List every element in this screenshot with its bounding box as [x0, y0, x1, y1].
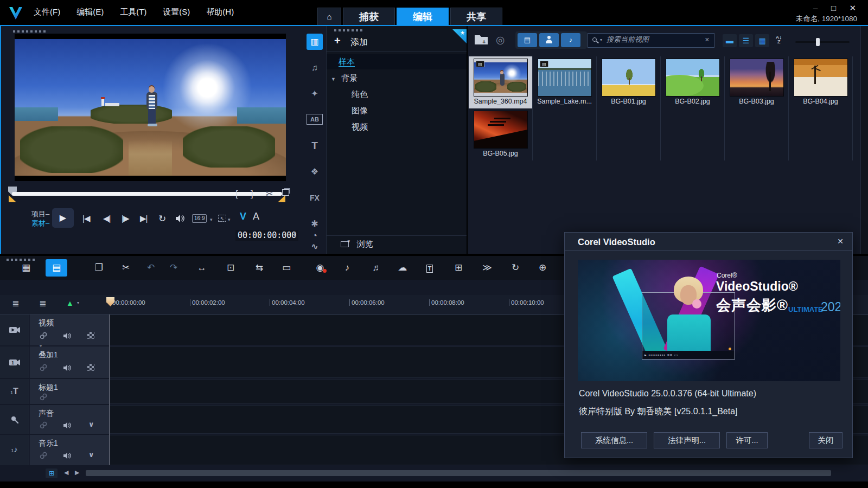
music-track-header[interactable]: 音乐1 ∨	[30, 435, 109, 465]
library-scrollbar[interactable]	[860, 26, 868, 254]
previous-frame-button[interactable]: ◀|	[103, 214, 110, 223]
view-grid-button[interactable]: ▦	[755, 34, 769, 47]
menu-help[interactable]: 帮助(H)	[206, 7, 234, 17]
undo-icon[interactable]: ↶	[140, 259, 162, 277]
play-button[interactable]: ▶	[52, 208, 74, 228]
category-drag-handle[interactable]	[334, 29, 365, 31]
record-capture-icon[interactable]: ◉	[309, 259, 331, 277]
next-frame-button[interactable]: |▶	[122, 214, 129, 223]
dialog-close-button[interactable]: 关闭	[809, 432, 843, 448]
overlay-track-gutter[interactable]: 1	[0, 346, 29, 378]
view-list-button[interactable]: ☰	[739, 34, 753, 47]
link-icon[interactable]	[40, 452, 48, 460]
go-to-end-button[interactable]: ▶|	[140, 214, 147, 223]
track-manager-icon[interactable]: ≣	[12, 298, 19, 309]
menu-file[interactable]: 文件(F)	[34, 7, 60, 17]
overlay-track-header[interactable]: 叠加1	[30, 346, 109, 378]
license-button[interactable]: 许可...	[726, 432, 768, 448]
audio-icon[interactable]: ♫	[307, 60, 323, 76]
video-track-header[interactable]: 视频 ▾	[30, 314, 109, 345]
clip-mode-label[interactable]: 素材–	[31, 219, 49, 228]
tree-item-video[interactable]: 视频	[327, 119, 467, 134]
link-icon[interactable]	[40, 421, 48, 430]
slider-thumb[interactable]	[816, 38, 820, 46]
mute-icon[interactable]	[63, 421, 72, 430]
redo-icon[interactable]: ↷	[163, 259, 184, 277]
close-button[interactable]: ✕	[849, 3, 856, 12]
aperture-icon[interactable]: ◎	[496, 34, 505, 46]
panel-drag-handle[interactable]	[13, 30, 48, 33]
mute-icon[interactable]	[63, 332, 72, 341]
tree-item-image[interactable]: 图像	[327, 103, 467, 118]
project-mode-label[interactable]: 项目–	[31, 209, 49, 219]
tab-edit[interactable]: 编辑	[397, 8, 449, 25]
video-toggle-label[interactable]: V	[240, 211, 246, 222]
speech-to-text-icon[interactable]: ☁	[392, 259, 413, 277]
go-to-start-button[interactable]: |◀	[82, 214, 90, 223]
dialog-close-icon[interactable]: ✕	[837, 237, 844, 246]
link-icon[interactable]	[40, 393, 48, 402]
add-track-icon[interactable]: ≣	[39, 298, 46, 309]
tab-capture[interactable]: 捕获	[343, 8, 395, 25]
zoom-fit-icon[interactable]: ⊞	[46, 468, 58, 478]
mark-out-button[interactable]: ]	[251, 189, 253, 200]
preview-video[interactable]	[15, 34, 286, 181]
library-item-bg-b01[interactable]: BG-B01.jpg	[597, 56, 661, 108]
split-clip-icon[interactable]: ✂	[266, 189, 273, 199]
transition-icon[interactable]: AB	[307, 114, 323, 125]
graphics-icon[interactable]: ❖	[307, 164, 323, 180]
library-item-sample-360[interactable]: ▤ Sample_360.mp4	[469, 56, 533, 108]
title-track-gutter[interactable]: 1T	[0, 379, 29, 404]
sound-mixer-icon[interactable]: ♪	[336, 259, 358, 277]
scroll-left-icon[interactable]: ◀	[64, 469, 68, 476]
mute-icon[interactable]	[63, 452, 72, 460]
home-tab[interactable]: ⌂	[317, 8, 341, 25]
music-track-gutter[interactable]: 1♪	[0, 435, 29, 465]
transparency-icon[interactable]	[87, 364, 94, 371]
trim-end-handle[interactable]	[278, 195, 285, 202]
ripple-edit-icon[interactable]: ▲	[66, 299, 74, 307]
video-track-gutter[interactable]	[0, 314, 29, 345]
title-track-header[interactable]: 标题1	[30, 379, 109, 404]
menu-edit[interactable]: 编辑(E)	[76, 7, 104, 17]
resize-icon[interactable]: ▭	[276, 259, 297, 277]
auto-music-icon[interactable]: ♬	[366, 259, 388, 277]
library-item-sample-lake[interactable]: ▤ Sample_Lake.m...	[533, 56, 597, 108]
scroll-right-icon[interactable]: ▶	[75, 469, 79, 476]
view-thumbnail-button[interactable]: ▬	[723, 34, 737, 47]
timecode-display[interactable]: 00:00:00:000	[235, 230, 298, 241]
spin-down-icon[interactable]: ▾	[294, 234, 296, 238]
voice-track-header[interactable]: 声音 ∨	[30, 405, 109, 434]
add-header[interactable]: + 添加 ★	[327, 34, 467, 52]
volume-icon[interactable]	[176, 215, 185, 222]
search-caret-icon[interactable]: ▾	[600, 37, 602, 42]
system-info-button[interactable]: 系统信息...	[581, 432, 647, 448]
split-screen-template-icon[interactable]: ⊞	[448, 259, 469, 277]
aspect-caret-icon[interactable]: ▾	[210, 217, 213, 222]
waveform-icon[interactable]: ∨	[88, 420, 97, 429]
filter-audio-button[interactable]: ♪	[561, 33, 580, 47]
tree-item-background[interactable]: ▼ 背景	[327, 70, 467, 86]
storyboard-view-icon[interactable]: ▦	[15, 259, 37, 277]
mute-icon[interactable]	[63, 364, 72, 373]
browse-row[interactable]: ▾ 浏览	[327, 235, 467, 252]
enlarge-preview-icon[interactable]	[282, 189, 289, 196]
search-clear-icon[interactable]: ✕	[705, 36, 710, 43]
media-library-icon[interactable]: ▥	[307, 34, 323, 50]
filter-photo-button[interactable]	[539, 33, 559, 47]
sort-button[interactable]: A↓Z	[776, 35, 782, 44]
fit-project-icon[interactable]: ↔	[191, 259, 213, 277]
link-icon[interactable]	[40, 364, 48, 373]
mark-in-button[interactable]: [	[235, 189, 238, 200]
menu-settings[interactable]: 设置(S)	[163, 7, 190, 17]
library-item-bg-b04[interactable]: BG-B04.jpg	[789, 56, 853, 108]
minimize-button[interactable]: –	[813, 3, 818, 12]
menu-tools[interactable]: 工具(T)	[120, 7, 146, 17]
maximize-button[interactable]: □	[831, 3, 836, 12]
favorite-ribbon[interactable]: ★	[452, 29, 467, 43]
timeline-view-icon[interactable]: ▤	[46, 259, 67, 277]
tree-item-sample[interactable]: 样本	[327, 54, 467, 69]
repeat-button[interactable]: ↻	[158, 213, 165, 224]
tree-item-solid-color[interactable]: 纯色	[327, 87, 467, 102]
selection-tool-icon[interactable]: ↖	[218, 215, 226, 222]
